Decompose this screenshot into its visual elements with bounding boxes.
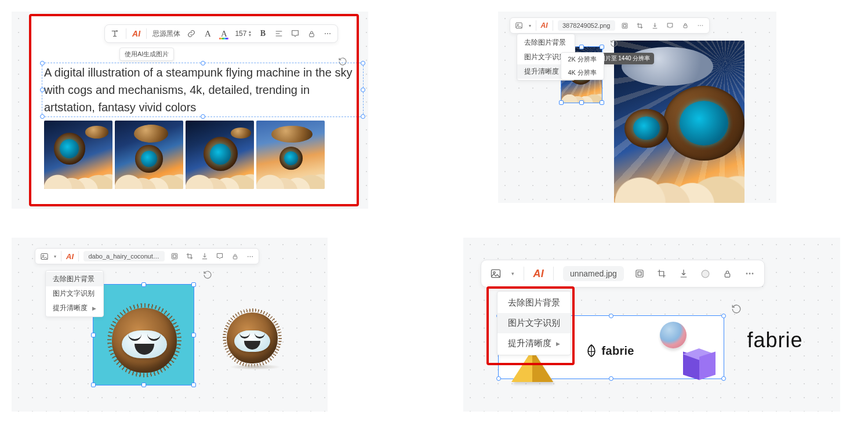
toolbar-divider	[536, 20, 536, 31]
ocr-result-text: fabrie	[747, 328, 803, 352]
toolbar-divider	[78, 251, 79, 261]
upscaled-image[interactable]	[614, 41, 744, 203]
filename-label[interactable]: 3878249052.png	[558, 20, 615, 31]
svg-point-13	[42, 255, 44, 257]
thumbnail-1[interactable]	[44, 121, 112, 189]
svg-rect-25	[725, 273, 731, 277]
shadow	[229, 364, 281, 370]
bold-button[interactable]: B	[257, 28, 268, 39]
image-icon[interactable]	[39, 251, 49, 261]
more-icon[interactable]	[245, 251, 255, 261]
filename-label[interactable]: unnamed.jpg	[563, 266, 624, 281]
svg-rect-15	[173, 255, 176, 258]
svg-point-2	[327, 33, 328, 34]
lock-icon[interactable]	[230, 251, 240, 261]
comment-icon[interactable]	[699, 267, 712, 280]
svg-point-26	[746, 273, 747, 275]
hexagon-shape	[683, 348, 716, 377]
svg-rect-16	[233, 256, 237, 259]
lock-icon[interactable]	[306, 28, 317, 39]
bg-removed-image[interactable]	[220, 306, 284, 370]
more-icon[interactable]	[322, 28, 333, 39]
submenu-2k[interactable]: 2K 分辨率	[561, 53, 604, 66]
font-format-a[interactable]: A	[202, 28, 213, 39]
font-size-stepper[interactable]: 157 ▲▼	[235, 30, 252, 38]
text-toolbar: AI 思源黑体 A A 157 ▲▼ B	[104, 24, 338, 43]
download-icon[interactable]	[677, 267, 690, 280]
ai-menu: 去除图片背景 图片文字识别 提升清晰度▶	[45, 270, 104, 317]
svg-rect-0	[310, 33, 314, 37]
crop-icon[interactable]	[184, 251, 195, 261]
menu-remove-bg[interactable]: 去除图片背景	[517, 35, 575, 50]
more-icon[interactable]	[695, 20, 706, 31]
refresh-icon[interactable]	[610, 39, 619, 49]
fabrie-logo-inline: fabrie	[586, 344, 634, 358]
svg-rect-22	[636, 270, 643, 277]
toolbar-divider	[146, 28, 147, 39]
ai-button[interactable]: AI	[541, 21, 548, 30]
svg-point-10	[700, 25, 701, 26]
thumbnail-3[interactable]	[186, 121, 254, 189]
thumbnail-4[interactable]	[256, 121, 325, 189]
panel-ocr: ▾ AI unnamed.jpg 去除图片背景 图片文字识别 提升清晰度▶ fa…	[463, 238, 840, 412]
svg-point-5	[517, 24, 518, 26]
panel-remove-bg: ▾ AI dabo_a_hairy_coconut_in_the_mi 去除图片…	[12, 238, 328, 412]
filename-label[interactable]: dabo_a_hairy_coconut_in_the_mi	[83, 251, 165, 261]
menu-upscale[interactable]: 提升清晰度▶	[497, 333, 571, 354]
image-toolbar: ▾ AI 3878249052.png	[510, 17, 710, 34]
crop-icon[interactable]	[635, 20, 645, 31]
comment-icon[interactable]	[290, 28, 300, 39]
text-icon[interactable]	[110, 28, 120, 39]
toolbar-divider	[553, 267, 554, 281]
comment-icon[interactable]	[215, 251, 225, 261]
svg-rect-6	[622, 23, 627, 28]
panel-text-to-image: AI 思源黑体 A A 157 ▲▼ B 使用AI生成图片	[12, 12, 368, 209]
toolbar-divider	[61, 251, 61, 261]
download-icon[interactable]	[199, 251, 210, 261]
toolbar-divider	[126, 28, 126, 39]
svg-point-24	[702, 270, 710, 278]
menu-upscale[interactable]: 提升清晰度▶	[46, 301, 103, 315]
lock-icon[interactable]	[680, 20, 691, 31]
source-image-selection[interactable]	[93, 284, 194, 385]
link-icon[interactable]	[186, 28, 197, 39]
svg-rect-14	[172, 253, 177, 259]
ai-button[interactable]: AI	[132, 29, 140, 38]
svg-point-21	[493, 272, 495, 274]
align-icon[interactable]	[274, 28, 284, 39]
crop-icon[interactable]	[655, 267, 668, 280]
svg-point-11	[702, 25, 703, 26]
ai-submenu: 2K 分辨率 4K 分辨率	[561, 52, 605, 80]
font-family-select[interactable]: 思源黑体	[152, 29, 180, 39]
image-icon[interactable]	[489, 267, 502, 280]
fit-icon[interactable]	[633, 267, 646, 280]
submenu-4k[interactable]: 4K 分辨率	[561, 66, 604, 79]
generated-thumbnails	[44, 121, 325, 189]
svg-point-18	[250, 256, 251, 257]
comment-icon[interactable]	[665, 20, 675, 31]
ai-button[interactable]: AI	[66, 252, 74, 261]
fit-icon[interactable]	[620, 20, 630, 31]
panel-upscale: ▾ AI 3878249052.png 去除图片背景 图片文字识别 提升清晰度▶…	[498, 12, 776, 203]
svg-point-3	[329, 33, 331, 34]
menu-remove-bg[interactable]: 去除图片背景	[497, 293, 571, 313]
menu-ocr[interactable]: 图片文字识别	[497, 313, 571, 333]
svg-point-27	[749, 273, 750, 275]
refresh-icon[interactable]	[203, 270, 212, 279]
svg-point-17	[248, 256, 249, 257]
svg-point-19	[252, 256, 253, 257]
ai-menu: 去除图片背景 图片文字识别 提升清晰度▶	[497, 291, 571, 355]
more-icon[interactable]	[743, 267, 756, 280]
svg-point-9	[698, 25, 699, 26]
menu-ocr[interactable]: 图片文字识别	[46, 286, 103, 301]
refresh-icon[interactable]	[731, 304, 740, 313]
svg-rect-8	[684, 26, 687, 28]
ai-button[interactable]: AI	[533, 268, 544, 280]
fit-icon[interactable]	[169, 251, 180, 261]
font-color-a[interactable]: A	[219, 28, 229, 39]
menu-remove-bg[interactable]: 去除图片背景	[46, 272, 103, 286]
image-icon[interactable]	[514, 20, 524, 31]
lock-icon[interactable]	[721, 267, 734, 280]
thumbnail-2[interactable]	[115, 121, 183, 189]
download-icon[interactable]	[650, 20, 660, 31]
